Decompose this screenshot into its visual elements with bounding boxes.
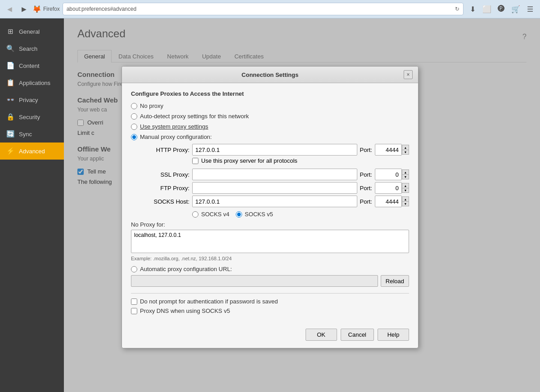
http-proxy-label: HTTP Proxy: bbox=[131, 147, 189, 153]
forward-button[interactable]: ▶ bbox=[18, 3, 30, 15]
no-proxy-example: Example: .mozilla.org, .net.nz, 192.168.… bbox=[131, 256, 409, 261]
use-proxy-row: Use this proxy server for all protocols bbox=[192, 157, 409, 164]
dialog-titlebar: Connection Settings × bbox=[122, 67, 418, 83]
no-proxy-section: No Proxy for: localhost, 127.0.0.1 Examp… bbox=[131, 221, 409, 261]
pocket-button[interactable]: 🅟 bbox=[495, 3, 508, 15]
cart-button[interactable]: 🛒 bbox=[509, 3, 522, 15]
reload-icon[interactable]: ↻ bbox=[455, 6, 459, 12]
address-text: about:preferences#advanced bbox=[67, 6, 452, 12]
ftp-proxy-label: FTP Proxy: bbox=[131, 185, 189, 192]
cancel-button[interactable]: Cancel bbox=[341, 329, 374, 341]
ftp-port-spinner: ▲ ▼ bbox=[402, 183, 409, 193]
ssl-port-input[interactable] bbox=[375, 169, 402, 180]
content-area: Advanced ? General Data Choices Network … bbox=[64, 18, 540, 392]
use-proxy-label: Use this proxy server for all protocols bbox=[201, 157, 297, 164]
system-proxy-radio[interactable] bbox=[131, 124, 137, 130]
dialog-close-button[interactable]: × bbox=[404, 70, 413, 79]
no-proxy-label[interactable]: No proxy bbox=[140, 102, 163, 109]
auto-proxy-radio[interactable] bbox=[131, 266, 137, 272]
auto-detect-label[interactable]: Auto-detect proxy settings for this netw… bbox=[140, 113, 249, 120]
http-port-down[interactable]: ▼ bbox=[402, 150, 409, 155]
socks4-radio[interactable] bbox=[192, 211, 198, 218]
http-port-input[interactable] bbox=[375, 144, 402, 156]
ssl-proxy-input[interactable] bbox=[192, 169, 357, 180]
auto-proxy-row: Automatic proxy configuration URL: bbox=[131, 266, 409, 272]
ssl-port-up[interactable]: ▲ bbox=[402, 169, 409, 174]
auto-detect-radio[interactable] bbox=[131, 113, 137, 120]
dialog-body: Configure Proxies to Access the Internet… bbox=[122, 83, 418, 324]
firefox-label: Firefox bbox=[43, 6, 60, 12]
ftp-port-label: Port: bbox=[360, 185, 372, 192]
system-proxy-label[interactable]: Use system proxy settings bbox=[140, 123, 208, 130]
socks-host-input[interactable] bbox=[192, 196, 357, 207]
no-proxy-row: No proxy bbox=[131, 102, 409, 109]
ssl-port-wrapper: ▲ ▼ bbox=[375, 169, 409, 180]
manual-proxy-radio[interactable] bbox=[131, 134, 137, 140]
connection-settings-dialog: Connection Settings × Configure Proxies … bbox=[122, 66, 418, 348]
use-proxy-checkbox[interactable] bbox=[192, 158, 198, 164]
toolbar-icons: ⬇ ⬜ 🅟 🛒 ☰ bbox=[466, 3, 536, 15]
system-proxy-row: Use system proxy settings bbox=[131, 123, 409, 130]
socks-port-spinner: ▲ ▼ bbox=[402, 196, 409, 206]
manual-proxy-row: Manual proxy configuration: bbox=[131, 134, 409, 140]
http-proxy-input[interactable] bbox=[192, 144, 357, 156]
ok-button[interactable]: OK bbox=[306, 329, 337, 341]
ssl-port-label: Port: bbox=[360, 171, 372, 178]
no-proxy-textarea[interactable]: localhost, 127.0.0.1 bbox=[131, 230, 409, 253]
menu-button[interactable]: ☰ bbox=[524, 3, 536, 15]
auto-proxy-input-row: Reload bbox=[131, 275, 409, 287]
socks5-label[interactable]: SOCKS v5 bbox=[245, 211, 273, 218]
http-port-label: Port: bbox=[360, 147, 372, 153]
help-button[interactable]: Help bbox=[378, 329, 409, 341]
http-port-up[interactable]: ▲ bbox=[402, 145, 409, 150]
ftp-port-down[interactable]: ▼ bbox=[402, 188, 409, 193]
socks-port-wrapper: ▲ ▼ bbox=[375, 196, 409, 207]
http-port-spinner: ▲ ▼ bbox=[402, 145, 409, 155]
auto-proxy-url-input[interactable] bbox=[131, 275, 378, 287]
proxy-dns-row: Proxy DNS when using SOCKS v5 bbox=[131, 307, 409, 314]
ftp-port-input[interactable] bbox=[375, 182, 402, 194]
firefox-icon: 🦊 bbox=[32, 5, 41, 13]
dialog-divider bbox=[131, 293, 409, 294]
auto-proxy-url-label[interactable]: Automatic proxy configuration URL: bbox=[140, 266, 232, 272]
ssl-proxy-label: SSL Proxy: bbox=[131, 171, 189, 178]
socks5-radio[interactable] bbox=[236, 211, 242, 218]
dialog-wrapper: Connection Settings × Configure Proxies … bbox=[64, 22, 540, 392]
back-button[interactable]: ◀ bbox=[4, 3, 15, 15]
socks-port-down[interactable]: ▼ bbox=[402, 201, 409, 206]
ssl-port-spinner: ▲ ▼ bbox=[402, 169, 409, 179]
window-button[interactable]: ⬜ bbox=[481, 3, 493, 15]
socks4-label[interactable]: SOCKS v4 bbox=[201, 211, 230, 218]
download-button[interactable]: ⬇ bbox=[466, 3, 479, 15]
address-bar[interactable]: about:preferences#advanced ↻ bbox=[63, 3, 464, 15]
browser-toolbar: ◀ ▶ 🦊 Firefox about:preferences#advanced… bbox=[0, 0, 540, 18]
no-proxy-radio[interactable] bbox=[131, 103, 137, 109]
ssl-port-down[interactable]: ▼ bbox=[402, 174, 409, 179]
no-auth-checkbox[interactable] bbox=[131, 298, 137, 305]
main-layout: ⊞ General 🔍 Search 📄 Content 📋 Applicati… bbox=[0, 18, 540, 392]
manual-proxy-label[interactable]: Manual proxy configuration: bbox=[140, 134, 212, 140]
ftp-port-wrapper: ▲ ▼ bbox=[375, 182, 409, 194]
no-auth-row: Do not prompt for authentication if pass… bbox=[131, 298, 409, 305]
socks5-row: SOCKS v5 bbox=[236, 211, 273, 218]
dialog-footer: OK Cancel Help bbox=[122, 324, 418, 348]
dialog-title: Connection Settings bbox=[136, 71, 404, 78]
proxy-dns-checkbox[interactable] bbox=[131, 308, 137, 314]
socks-version-row: SOCKS v4 SOCKS v5 bbox=[192, 211, 409, 218]
socks4-row: SOCKS v4 bbox=[192, 211, 230, 218]
socks-port-input[interactable] bbox=[375, 196, 402, 207]
http-port-wrapper: ▲ ▼ bbox=[375, 144, 409, 156]
proxy-section-title: Configure Proxies to Access the Internet bbox=[131, 90, 409, 97]
socks-port-up[interactable]: ▲ bbox=[402, 196, 409, 201]
no-auth-label: Do not prompt for authentication if pass… bbox=[140, 298, 278, 305]
firefox-logo: 🦊 Firefox bbox=[32, 5, 60, 13]
reload-button[interactable]: Reload bbox=[381, 275, 409, 287]
auto-detect-row: Auto-detect proxy settings for this netw… bbox=[131, 113, 409, 120]
ftp-proxy-input[interactable] bbox=[192, 182, 357, 194]
no-proxy-for-label: No Proxy for: bbox=[131, 221, 409, 228]
socks-host-label: SOCKS Host: bbox=[131, 198, 189, 205]
ftp-port-up[interactable]: ▲ bbox=[402, 183, 409, 188]
browser-chrome: ◀ ▶ 🦊 Firefox about:preferences#advanced… bbox=[0, 0, 540, 18]
socks-port-label: Port: bbox=[360, 198, 372, 205]
proxy-dns-label: Proxy DNS when using SOCKS v5 bbox=[140, 307, 230, 314]
